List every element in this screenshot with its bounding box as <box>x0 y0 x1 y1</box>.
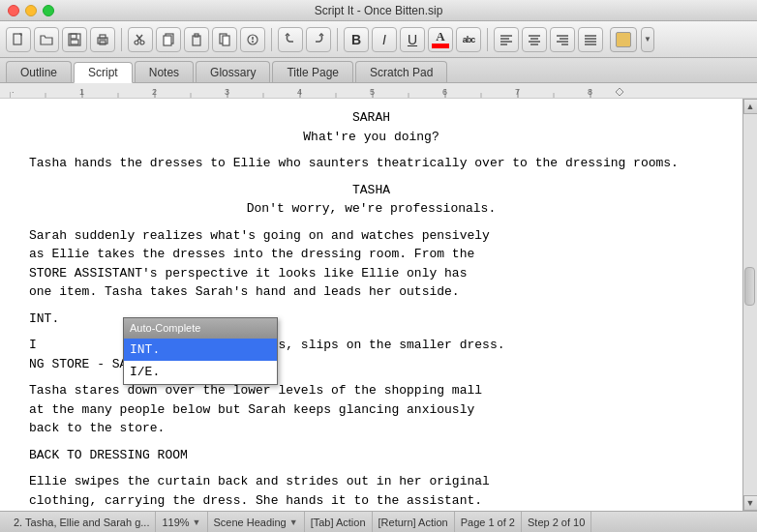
svg-text:1: 1 <box>79 87 84 97</box>
scroll-up-button[interactable]: ▲ <box>743 99 758 114</box>
svg-text:3: 3 <box>225 87 229 97</box>
status-tab-action: [Tab] Action <box>305 512 373 532</box>
font-color-a: A <box>436 30 444 43</box>
script-line-character-tasha: TASHA <box>29 181 713 200</box>
color-chip-button[interactable] <box>610 27 637 52</box>
redo-button[interactable] <box>306 27 331 52</box>
script-line-character-sarah: SARAH <box>29 108 713 128</box>
status-bar: 2. Tasha, Ellie and Sarah g... 119% ▼ Sc… <box>0 511 757 532</box>
autocomplete-item-int[interactable]: INT. <box>124 339 277 362</box>
color-swatch <box>432 44 449 48</box>
sep3 <box>337 28 338 51</box>
svg-marker-62 <box>616 88 623 96</box>
svg-rect-12 <box>164 36 171 45</box>
new-button[interactable] <box>6 27 31 52</box>
svg-rect-3 <box>71 40 78 44</box>
paste-button[interactable] <box>184 27 209 52</box>
status-return-action: [Return] Action <box>373 512 455 532</box>
sep4 <box>487 28 488 51</box>
scroll-down-button[interactable]: ▼ <box>743 495 758 511</box>
status-zoom[interactable]: 119% ▼ <box>156 512 207 532</box>
svg-rect-16 <box>223 36 229 45</box>
script-line-action-2: Sarah suddenly realizes what's going on … <box>29 226 713 302</box>
italic-button[interactable]: I <box>372 27 397 52</box>
color-chip <box>616 32 631 47</box>
svg-text:6: 6 <box>442 87 447 97</box>
title-bar: Script It - Once Bitten.sip <box>0 0 757 21</box>
window-title: Script It - Once Bitten.sip <box>315 4 443 17</box>
tab-title-page[interactable]: Title Page <box>272 61 353 82</box>
svg-text:·: · <box>12 87 15 97</box>
color-dropdown-arrow-button[interactable]: ▼ <box>641 27 654 52</box>
script-line-action-back: BACK TO DRESSING ROOM <box>29 446 713 465</box>
svg-point-9 <box>135 41 138 44</box>
script-editor[interactable]: SARAH What're you doing? Tasha hands the… <box>0 99 742 511</box>
sep1 <box>121 28 122 51</box>
save-button[interactable] <box>62 27 87 52</box>
scroll-thumb[interactable] <box>744 267 755 306</box>
status-page: Page 1 of 2 <box>455 512 522 532</box>
align-right-button[interactable] <box>550 27 575 52</box>
align-justify-button[interactable] <box>578 27 603 52</box>
align-left-button[interactable] <box>494 27 519 52</box>
scrollbar-right[interactable]: ▲ ▼ <box>742 99 757 511</box>
print-button[interactable] <box>90 27 115 52</box>
scroll-track[interactable] <box>743 114 758 495</box>
autocomplete-popup: Auto-Complete INT. I/E. <box>123 317 278 385</box>
page-view-button[interactable] <box>212 27 237 52</box>
script-line-dialog-sarah: What're you doing? <box>29 128 713 147</box>
ruler: · 1 2 3 4 5 6 7 8 <box>0 83 757 99</box>
status-scene: 2. Tasha, Ellie and Sarah g... <box>8 512 156 532</box>
autocomplete-item-ie[interactable]: I/E. <box>124 361 277 384</box>
status-step: Step 2 of 10 <box>522 512 591 532</box>
svg-point-19 <box>252 41 254 43</box>
script-line-action-3: Tasha stares down over the lower levels … <box>29 381 713 438</box>
svg-text:2: 2 <box>152 87 157 97</box>
font-color-button[interactable]: A <box>428 27 453 52</box>
svg-point-10 <box>140 41 144 44</box>
svg-text:5: 5 <box>370 87 375 97</box>
close-button[interactable] <box>8 5 19 16</box>
svg-rect-0 <box>14 34 21 44</box>
tab-glossary[interactable]: Glossary <box>196 61 270 82</box>
script-options-button[interactable] <box>240 27 265 52</box>
main-area: SARAH What're you doing? Tasha hands the… <box>0 99 757 511</box>
tab-outline[interactable]: Outline <box>6 61 72 82</box>
script-line-action-4: Ellie swipes the curtain back and stride… <box>29 472 713 510</box>
zoom-dropdown-arrow: ▼ <box>193 517 201 527</box>
tab-script[interactable]: Script <box>74 62 133 83</box>
nav-tabs: Outline Script Notes Glossary Title Page… <box>0 58 757 83</box>
maximize-button[interactable] <box>43 5 54 16</box>
sep2 <box>271 28 272 51</box>
copy-button[interactable] <box>156 27 181 52</box>
undo-button[interactable] <box>278 27 303 52</box>
svg-rect-2 <box>71 34 76 39</box>
cut-button[interactable] <box>128 27 153 52</box>
tab-notes[interactable]: Notes <box>135 61 194 82</box>
open-button[interactable] <box>34 27 59 52</box>
svg-text:4: 4 <box>297 87 302 97</box>
dropdown-arrow-icon: ▼ <box>644 35 651 44</box>
script-line-dialog-tasha: Don't worry, we're professionals. <box>29 199 713 219</box>
svg-text:8: 8 <box>588 87 592 97</box>
autocomplete-header: Auto-Complete <box>124 318 277 339</box>
ruler-svg: · 1 2 3 4 5 6 7 8 <box>10 84 736 98</box>
status-element-type[interactable]: Scene Heading ▼ <box>208 512 305 532</box>
bold-button[interactable]: B <box>344 27 369 52</box>
element-type-dropdown-arrow: ▼ <box>289 517 298 527</box>
underline-button[interactable]: U <box>400 27 425 52</box>
svg-text:7: 7 <box>515 87 520 97</box>
align-center-button[interactable] <box>522 27 547 52</box>
svg-rect-5 <box>100 35 106 39</box>
tab-scratch-pad[interactable]: Scratch Pad <box>355 61 447 82</box>
traffic-lights <box>8 5 54 16</box>
svg-rect-6 <box>100 41 106 44</box>
script-line-action-1: Tasha hands the dresses to Ellie who sau… <box>29 154 713 173</box>
toolbar: B I U A abc ▼ <box>0 21 757 58</box>
minimize-button[interactable] <box>25 5 37 16</box>
highlight-button[interactable]: abc <box>456 27 481 52</box>
